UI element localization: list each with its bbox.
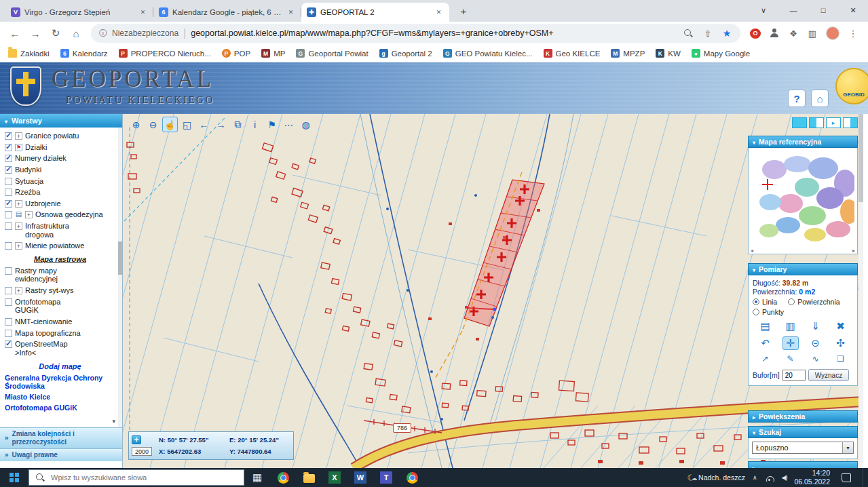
- show-desktop-button[interactable]: [863, 468, 866, 487]
- expand-right-panel-button[interactable]: [826, 117, 841, 128]
- buffer-compute-button[interactable]: Wyznacz: [808, 369, 849, 381]
- legend-doc-icon[interactable]: [15, 211, 22, 218]
- zoom-out-button[interactable]: ⊖: [145, 117, 161, 132]
- zoom-window-button[interactable]: ◱: [179, 117, 195, 132]
- curve-button[interactable]: ∿: [808, 353, 824, 364]
- home-button[interactable]: ⌂: [67, 24, 86, 43]
- layer-checkbox[interactable]: [5, 267, 12, 275]
- layer-checkbox[interactable]: [5, 211, 12, 218]
- move-point-button[interactable]: ✛: [782, 336, 799, 350]
- layer-item[interactable]: Numery działek: [5, 153, 115, 164]
- layer-item[interactable]: Uzbrojenie: [5, 198, 115, 210]
- sidebar-section-header[interactable]: Zmiana kolejności i przezroczystości: [0, 427, 122, 448]
- layer-item[interactable]: Rastry syt-wys: [5, 285, 115, 296]
- task-view-icon[interactable]: ▦: [244, 468, 270, 487]
- action-center-icon[interactable]: [837, 468, 855, 487]
- bookmark-item[interactable]: M MPZP: [611, 49, 645, 58]
- search-header[interactable]: Szukaj: [748, 426, 858, 438]
- layer-checkbox[interactable]: [5, 287, 12, 294]
- expand-plus-icon[interactable]: [15, 222, 22, 230]
- layer-item[interactable]: Generalna Dyrekcja Ochrony Środowiska: [5, 372, 115, 391]
- new-tab-button[interactable]: +: [455, 2, 472, 20]
- layer-item[interactable]: Rastry mapy ewidencyjnej: [5, 265, 115, 285]
- layer-checkbox[interactable]: [5, 155, 12, 162]
- bookmark-item[interactable]: ● Mapy Google: [692, 49, 750, 58]
- layer-checkbox[interactable]: [5, 178, 12, 185]
- layer-checkbox[interactable]: [5, 242, 12, 250]
- share-icon[interactable]: ⇧: [702, 27, 713, 39]
- layer-item[interactable]: Mienie powiatowe: [5, 240, 115, 252]
- tab-close-icon[interactable]: [434, 7, 444, 18]
- layer-item[interactable]: Rzeźba: [5, 187, 115, 198]
- draw-button[interactable]: ✎: [782, 353, 799, 364]
- layer-checkbox[interactable]: [5, 200, 12, 208]
- layer-item[interactable]: Granice powiatu: [5, 130, 115, 142]
- collapse-left-panel-button[interactable]: [843, 117, 858, 128]
- expand-plus-icon[interactable]: [25, 211, 33, 218]
- select-button[interactable]: ⚑: [264, 117, 280, 132]
- chrome-icon[interactable]: [270, 468, 296, 487]
- bookmark-item[interactable]: M MP: [261, 49, 285, 58]
- layers-panel-header[interactable]: Warstwy: [0, 114, 122, 128]
- delete-measurement-button[interactable]: ✖: [833, 319, 849, 333]
- browser-tab[interactable]: 6 Kalendarz Google - piątek, 6 maj: [153, 3, 301, 22]
- expand-plus-icon[interactable]: [15, 287, 22, 294]
- measure-button[interactable]: ⋯: [281, 117, 297, 132]
- reference-map-header[interactable]: Mapa referencyjna: [748, 136, 858, 148]
- maximize-button[interactable]: □: [808, 0, 838, 20]
- extension-badge-icon[interactable]: O: [750, 28, 761, 39]
- bookmark-star-icon[interactable]: ★: [721, 27, 732, 39]
- layer-checkbox[interactable]: [5, 222, 12, 230]
- layer-checkbox[interactable]: [5, 144, 12, 151]
- next-section-header[interactable]: [748, 461, 858, 468]
- taskbar-search-input[interactable]: [51, 473, 238, 482]
- profile-button[interactable]: ↗: [757, 353, 774, 364]
- layer-item[interactable]: Miasto Kielce: [5, 391, 115, 402]
- bookmark-item[interactable]: g Geoportal 2: [379, 49, 432, 58]
- layer-item[interactable]: Infrastruktura drogowa: [5, 220, 115, 240]
- bookmark-item[interactable]: Zakładki: [8, 49, 50, 58]
- radio-area[interactable]: [788, 298, 795, 305]
- forward-button[interactable]: →: [26, 24, 45, 43]
- zoom-shortcuts-header[interactable]: Powiększenia: [748, 410, 858, 423]
- radio-points[interactable]: [753, 309, 759, 315]
- position-icon[interactable]: [132, 435, 141, 444]
- copy-button[interactable]: ❏: [833, 353, 849, 364]
- chrome-profile-icon[interactable]: [399, 468, 425, 487]
- full-map-view-button[interactable]: [792, 117, 807, 128]
- layer-item[interactable]: Osnowa geodezyjna: [5, 209, 115, 220]
- bookmark-item[interactable]: G Geoportal Powiat: [296, 49, 368, 58]
- bookmark-item[interactable]: K Geo KIELCE: [544, 49, 601, 58]
- pan-right-icon[interactable]: [852, 248, 855, 254]
- layer-item[interactable]: Ortofotomapa GUGiK: [5, 296, 115, 316]
- browser-tab[interactable]: V Virgo - Grzegorz Stępień: [5, 3, 153, 22]
- back-button[interactable]: ←: [5, 24, 24, 43]
- excel-icon[interactable]: X: [322, 468, 347, 487]
- close-window-button[interactable]: ✕: [838, 0, 868, 20]
- side-panel-icon[interactable]: ▥: [807, 27, 818, 39]
- bookmark-item[interactable]: P POP: [222, 49, 250, 58]
- word-icon[interactable]: W: [347, 468, 373, 487]
- layer-item[interactable]: Mapa topograficzna: [5, 328, 115, 339]
- scale-input[interactable]: 2000: [132, 447, 152, 456]
- bookmark-item[interactable]: K KW: [656, 49, 681, 58]
- reload-button[interactable]: ↻: [46, 24, 65, 43]
- scrollbar-thumb[interactable]: [858, 114, 863, 202]
- layer-item[interactable]: Sytuacja: [5, 176, 115, 187]
- taskbar-clock[interactable]: 14:20 06.05.2022: [794, 469, 830, 486]
- geobid-logo[interactable]: GEOBID: [835, 68, 868, 104]
- tab-close-icon[interactable]: [286, 7, 296, 18]
- layer-item[interactable]: NMT-cieniowanie: [5, 316, 115, 328]
- previous-view-button[interactable]: ←: [196, 117, 212, 132]
- map-viewport[interactable]: ⊕ ⊖ ☝ ◱ ← → ⧉ i ⚑ ⋯: [123, 114, 863, 468]
- teams-icon[interactable]: T: [373, 468, 399, 487]
- next-view-button[interactable]: →: [213, 117, 229, 132]
- reference-map-canvas[interactable]: [750, 149, 854, 250]
- address-bar[interactable]: ⓘ Niezabezpieczona | geoportal.powiat.ki…: [91, 24, 740, 43]
- chevron-down-icon[interactable]: [842, 442, 853, 453]
- layer-item[interactable]: Dodaj mapę: [5, 361, 115, 372]
- layer-checkbox[interactable]: [5, 340, 12, 348]
- browser-tab[interactable]: ✚ GEOPORTAL 2: [301, 3, 449, 22]
- expand-plus-icon[interactable]: [15, 200, 22, 208]
- file-explorer-icon[interactable]: [296, 468, 322, 487]
